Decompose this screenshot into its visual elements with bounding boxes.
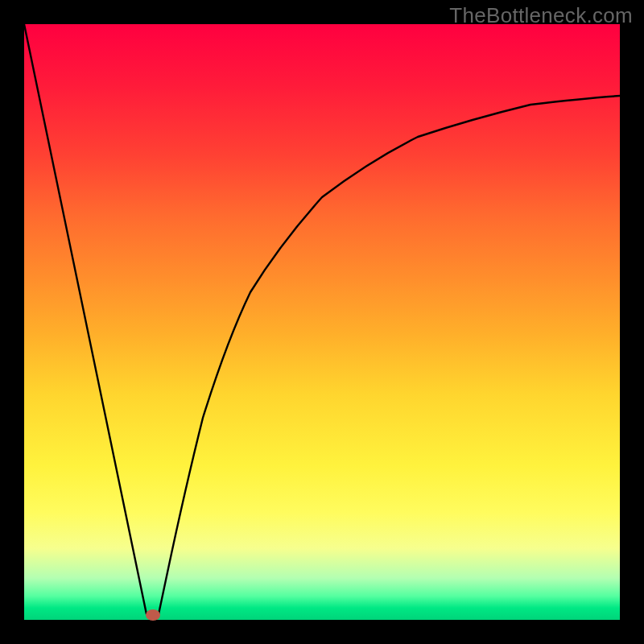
- chart-frame: TheBottleneck.com: [0, 0, 644, 644]
- minimum-marker: [146, 609, 160, 621]
- curve-path: [24, 24, 620, 614]
- watermark-text: TheBottleneck.com: [449, 3, 633, 28]
- curve-layer: [24, 24, 620, 620]
